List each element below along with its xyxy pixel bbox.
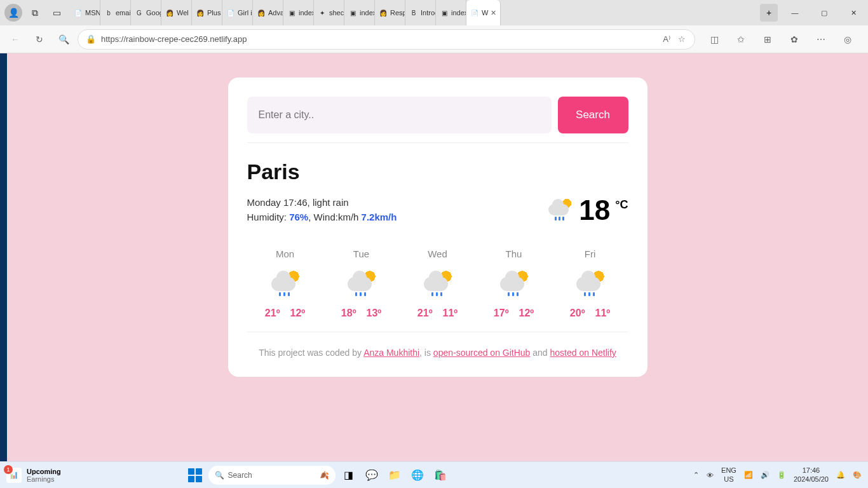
forecast-day: Wed 21º 11º [417,248,458,319]
refresh-button[interactable]: ↻ [29,29,50,50]
battery-icon[interactable]: 🔋 [777,471,786,479]
browser-tab[interactable]: 👩Wel [161,0,192,25]
edge-icon[interactable]: 🌐 [408,466,427,485]
netlify-link[interactable]: hosted on Netlify [550,348,616,358]
tab-actions-icon[interactable]: ▭ [47,3,66,22]
condition-text: light rain [313,197,349,208]
copilot-preview-icon[interactable]: 🎨 [853,471,862,479]
details-row: Monday 17:46, light rain Humidity: 76%, … [247,196,628,224]
browser-tab[interactable]: ▣index.h [436,0,466,25]
browser-tab[interactable]: 👩Plus Fir [192,0,222,25]
widget-title: Upcoming [27,468,61,475]
wifi-icon[interactable]: 📶 [744,471,753,479]
forecast-weather-icon [266,268,304,299]
weather-card: Search Paris Monday 17:46, light rain Hu… [228,78,648,377]
author-link[interactable]: Anza Mukhithi [363,348,419,358]
tab-list: 📄MSN Sbemail IGGoogle👩Wel👩Plus Fir📄Girl … [70,0,757,25]
taskbar: 📊1 Upcoming Earnings 🔍 Search 🍂 ◨ 💬 📁 🌐 … [0,461,868,488]
browser-tab[interactable]: 📄Girl in [222,0,253,25]
search-button[interactable]: Search [558,97,628,133]
forecast-day: Mon 21º 12º [265,248,305,319]
new-tab-button[interactable]: + [760,4,778,22]
forecast-weather-icon [571,268,609,299]
widget-badge: 1 [4,465,13,474]
forecast-high: 20º [570,308,585,319]
browser-tab[interactable]: 📄MSN S [70,0,100,25]
split-screen-icon[interactable]: ◫ [704,29,724,50]
browser-tab[interactable]: bemail I [100,0,131,25]
datetime-text: Monday 17:46 [247,197,308,208]
city-input[interactable] [247,97,552,133]
wind-label: , Wind:km/h [308,212,361,222]
forecast-high: 21º [265,308,280,319]
window-controls: — ▢ ✕ [780,0,868,25]
profile-button[interactable]: 👤 [4,3,23,22]
browser-tab[interactable]: 👩Respor [375,0,405,25]
explorer-icon[interactable]: 📁 [385,466,404,485]
tab-favicon: ▣ [348,8,357,17]
browser-tab[interactable]: GGoogle [131,0,161,25]
browser-tab[interactable]: ▣index.h [344,0,375,25]
browser-tab[interactable]: 📄W✕ [466,0,501,25]
tab-close-icon[interactable]: ✕ [491,9,496,17]
url-box[interactable]: 🔒 https://rainbow-crepe-cec269.netlify.a… [78,29,695,50]
volume-icon[interactable]: 🔊 [761,471,770,479]
forecast-temps: 21º 11º [417,308,458,319]
search-find-button[interactable]: 🔍 [53,29,74,50]
menu-icon[interactable]: ⋯ [811,29,831,50]
forecast-weather-icon [495,268,533,299]
tab-label: Girl in [238,9,253,17]
tab-favicon: 👩 [165,8,174,17]
browser-tab[interactable]: ▣index.h [283,0,314,25]
teams-icon[interactable]: 💬 [362,466,381,485]
start-button[interactable] [186,466,205,485]
browser-tab[interactable]: 👩Advan [253,0,283,25]
favorite-icon[interactable]: ☆ [677,34,687,44]
forecast-day: Fri 20º 11º [570,248,610,319]
current-temp: 18 [579,196,610,224]
collections-icon[interactable]: ⊞ [757,29,778,50]
maximize-button[interactable]: ▢ [810,0,839,25]
forecast-day: Tue 18º 13º [341,248,381,319]
close-window-button[interactable]: ✕ [839,0,868,25]
forecast-low: 13º [367,308,382,319]
store-icon[interactable]: 🛍️ [431,466,450,485]
browser-tab[interactable]: BIntrodu [405,0,436,25]
taskbar-search[interactable]: 🔍 Search 🍂 [208,466,336,485]
widget-icon: 📊1 [6,468,22,483]
read-aloud-icon[interactable]: A⁾ [661,34,672,44]
tab-label: Respor [390,9,405,17]
forecast-temps: 20º 11º [570,308,610,319]
github-link[interactable]: open-sourced on GitHub [433,348,531,358]
back-button[interactable]: ← [5,29,25,50]
tab-label: shecod [329,9,344,17]
tab-label: Plus Fir [207,9,222,17]
browser-tab[interactable]: ✦shecod [314,0,344,25]
tab-label: email I [116,9,131,17]
minimize-button[interactable]: — [780,0,810,25]
notifications-icon[interactable]: 🔔 [836,471,845,479]
tab-label: Google [146,9,161,17]
tray-eye-icon[interactable]: 👁 [707,471,714,479]
tab-favicon: 📄 [226,8,235,17]
forecast-low: 11º [595,308,611,319]
tab-favicon: 👩 [257,8,266,17]
forecast-low: 11º [443,308,458,319]
forecast-day-name: Thu [506,248,522,259]
language-indicator[interactable]: ENG US [721,466,736,483]
favorites-bar-icon[interactable]: ✩ [731,29,751,50]
workspaces-icon[interactable]: ⧉ [25,3,44,22]
taskview-icon[interactable]: ◨ [339,466,358,485]
forecast-day: Thu 17º 12º [494,248,534,319]
tab-favicon: ▣ [287,8,296,17]
humidity-label: Humidity: [247,212,290,222]
tab-label: MSN S [85,9,100,17]
search-row: Search [247,97,628,143]
wind-value: 7.2km/h [362,212,397,222]
news-widget[interactable]: 📊1 Upcoming Earnings [6,468,61,483]
forecast-day-name: Fri [585,248,596,259]
clock[interactable]: 17:46 2024/05/20 [794,466,829,483]
extensions-icon[interactable]: ✿ [784,29,804,50]
copilot-icon[interactable]: ◎ [837,29,858,50]
tray-chevron-icon[interactable]: ⌃ [693,471,699,479]
